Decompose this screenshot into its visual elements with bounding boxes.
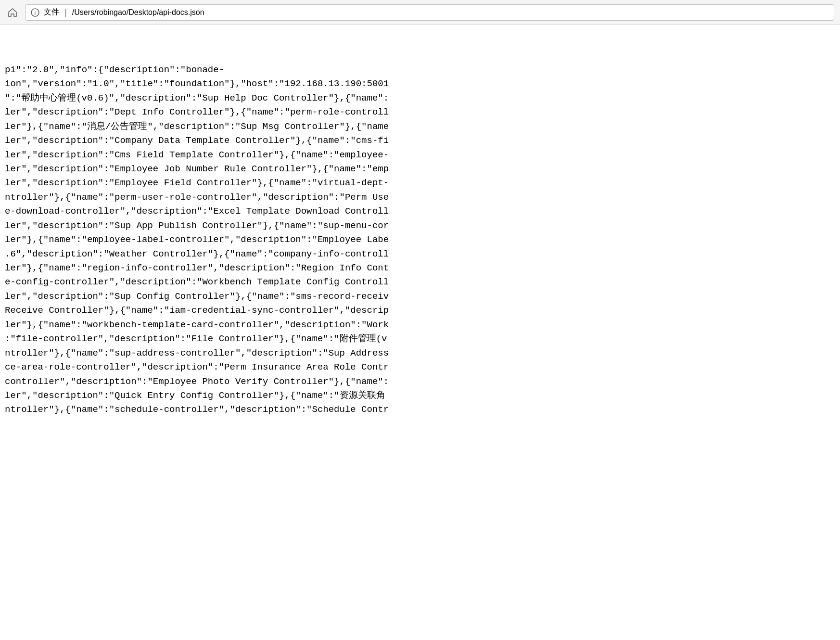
json-line: e-config-controller","description":"Work…: [5, 275, 835, 289]
address-separator: |: [63, 8, 68, 17]
json-line: .6","description":"Weather Controller"},…: [5, 247, 835, 261]
json-line: controller","description":"Employee Phot…: [5, 375, 835, 389]
json-line: ce-area-role-controller","description":"…: [5, 360, 835, 374]
json-line: ler"},{"name":"region-info-controller","…: [5, 261, 835, 275]
json-line: ion","version":"1.0","title":"foundation…: [5, 77, 835, 91]
json-line: ler"},{"name":"employee-label-controller…: [5, 233, 835, 247]
json-line: ntroller"},{"name":"sup-address-controll…: [5, 346, 835, 360]
json-line: ntroller"},{"name":"schedule-controller"…: [5, 403, 835, 417]
json-line: ler"},{"name":"workbench-template-card-c…: [5, 318, 835, 332]
json-line: ler","description":"Sup Config Controlle…: [5, 290, 835, 304]
json-line: Receive Controller"},{"name":"iam-creden…: [5, 304, 835, 318]
json-line: ntroller"},{"name":"perm-user-role-contr…: [5, 191, 835, 205]
address-path: /Users/robingao/Desktop/api-docs.json: [72, 8, 204, 17]
json-line: :"file-controller","description":"File C…: [5, 332, 835, 346]
info-icon: i: [30, 8, 40, 17]
svg-text:i: i: [34, 10, 36, 15]
json-line: ler","description":"Cms Field Template C…: [5, 148, 835, 162]
content-area: pi":"2.0","info":{"description":"bonade-…: [0, 25, 840, 427]
file-label: 文件: [44, 7, 59, 17]
address-bar[interactable]: i 文件 | /Users/robingao/Desktop/api-docs.…: [25, 4, 834, 21]
json-line: ":"帮助中心管理(v0.6)","description":"Sup Help…: [5, 91, 835, 105]
json-line: ler","description":"Employee Job Number …: [5, 162, 835, 176]
json-line: ler"},{"name":"消息/公告管理","description":"S…: [5, 120, 835, 134]
json-line: ler","description":"Quick Entry Config C…: [5, 389, 835, 403]
json-line: ler","description":"Employee Field Contr…: [5, 176, 835, 190]
json-line: pi":"2.0","info":{"description":"bonade-: [5, 63, 835, 77]
json-content: pi":"2.0","info":{"description":"bonade-…: [0, 35, 840, 417]
json-line: ler","description":"Dept Info Controller…: [5, 105, 835, 119]
json-line: ler","description":"Company Data Templat…: [5, 134, 835, 148]
home-icon[interactable]: [6, 6, 19, 19]
json-line: e-download-controller","description":"Ex…: [5, 205, 835, 218]
browser-toolbar: i 文件 | /Users/robingao/Desktop/api-docs.…: [0, 0, 840, 25]
json-line: ler","description":"Sup App Publish Cont…: [5, 219, 835, 233]
